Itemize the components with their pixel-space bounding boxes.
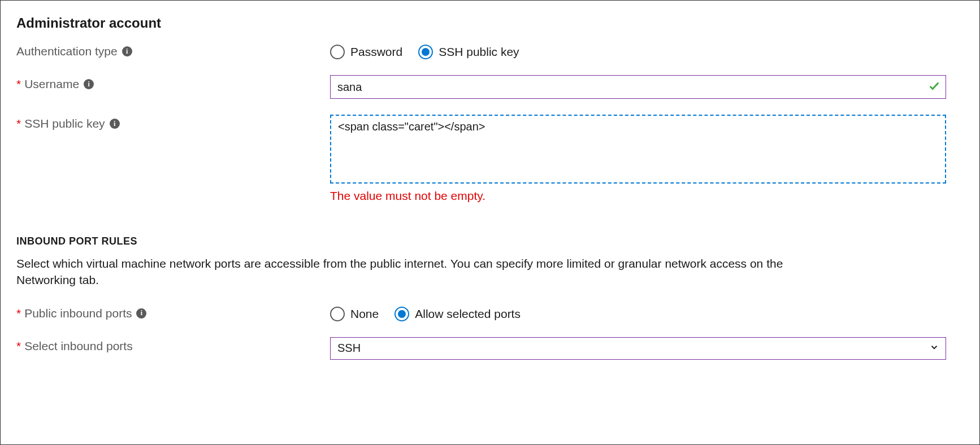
radio-none[interactable]: None [330, 307, 379, 321]
radio-label-allow: Allow selected ports [415, 307, 521, 321]
radio-circle-unchecked [330, 307, 345, 321]
info-icon[interactable]: i [84, 79, 94, 89]
radio-circle-checked [394, 307, 409, 321]
info-icon[interactable]: i [122, 46, 132, 56]
label-public-ports: * Public inbound ports i [16, 306, 330, 321]
row-username: * Username i [16, 75, 964, 99]
required-asterisk: * [16, 307, 21, 320]
label-auth-type: Authentication type i [16, 43, 330, 59]
control-ssh-key: <span class="caret"></span> The value mu… [330, 115, 946, 203]
radio-label-ssh: SSH public key [439, 45, 519, 59]
info-icon[interactable]: i [136, 308, 146, 319]
subsection-desc-inbound: Select which virtual machine network por… [16, 255, 808, 289]
label-auth-type-text: Authentication type [16, 45, 118, 58]
select-ports-dropdown[interactable]: SSH [330, 337, 946, 360]
radio-circle-unchecked [330, 45, 345, 59]
radio-circle-checked [418, 45, 433, 59]
required-asterisk: * [16, 339, 21, 353]
label-username: * Username i [16, 75, 330, 91]
ssh-key-error: The value must not be empty. [330, 189, 946, 203]
label-select-ports: * Select inbound ports [16, 337, 330, 353]
select-ports-value: SSH [337, 342, 361, 355]
row-select-ports: * Select inbound ports SSH [16, 337, 964, 360]
radio-dot [422, 48, 430, 56]
label-username-text: Username [24, 77, 79, 91]
control-username [330, 75, 946, 99]
row-auth-type: Authentication type i Password SSH publi… [16, 43, 964, 59]
control-public-ports: None Allow selected ports [330, 306, 946, 321]
form-container: Administrator account Authentication typ… [0, 0, 980, 445]
radio-ssh-public-key[interactable]: SSH public key [418, 45, 519, 59]
radio-password[interactable]: Password [330, 45, 402, 59]
checkmark-icon [928, 80, 940, 94]
radio-group-auth-type: Password SSH public key [330, 43, 946, 59]
select-ports-wrap: SSH [330, 337, 946, 360]
label-select-ports-text: Select inbound ports [24, 339, 132, 353]
username-input[interactable] [330, 75, 946, 99]
label-ssh-key: * SSH public key i [16, 115, 330, 130]
control-select-ports: SSH [330, 337, 946, 360]
subsection-heading-inbound: INBOUND PORT RULES [16, 235, 964, 247]
control-auth-type: Password SSH public key [330, 43, 946, 59]
radio-group-public-ports: None Allow selected ports [330, 306, 946, 321]
label-public-ports-text: Public inbound ports [24, 307, 132, 320]
row-public-ports: * Public inbound ports i None Allow sele… [16, 306, 964, 321]
radio-label-password: Password [350, 45, 402, 59]
info-icon[interactable]: i [110, 119, 120, 129]
radio-allow-selected[interactable]: Allow selected ports [394, 307, 521, 321]
required-asterisk: * [16, 117, 21, 130]
required-asterisk: * [16, 77, 21, 91]
radio-label-none: None [350, 307, 379, 321]
section-title-admin: Administrator account [16, 15, 964, 31]
radio-dot [398, 310, 406, 318]
chevron-down-icon [929, 342, 939, 355]
ssh-key-textarea-wrap: <span class="caret"></span> [330, 115, 946, 186]
username-input-wrap [330, 75, 946, 99]
label-ssh-key-text: SSH public key [24, 117, 105, 130]
row-ssh-key: * SSH public key i <span class="caret"><… [16, 115, 964, 203]
ssh-key-textarea[interactable]: <span class="caret"></span> [330, 115, 946, 184]
